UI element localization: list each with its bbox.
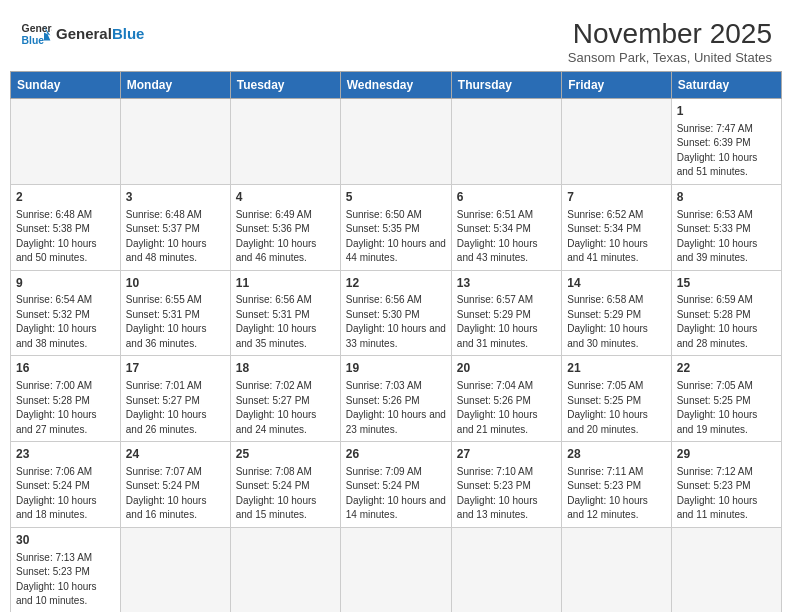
day-number: 17 — [126, 360, 225, 377]
day-number: 30 — [16, 532, 115, 549]
day-header-saturday: Saturday — [671, 72, 781, 99]
day-info: Sunrise: 7:10 AM Sunset: 5:23 PM Dayligh… — [457, 465, 556, 523]
day-number: 23 — [16, 446, 115, 463]
calendar-cell — [230, 99, 340, 185]
week-row-1: 2Sunrise: 6:48 AM Sunset: 5:38 PM Daylig… — [11, 184, 782, 270]
title-section: November 2025 Sansom Park, Texas, United… — [568, 18, 772, 65]
svg-text:Blue: Blue — [22, 35, 45, 46]
day-number: 2 — [16, 189, 115, 206]
calendar-cell: 29Sunrise: 7:12 AM Sunset: 5:23 PM Dayli… — [671, 442, 781, 528]
calendar-cell: 20Sunrise: 7:04 AM Sunset: 5:26 PM Dayli… — [451, 356, 561, 442]
day-number: 4 — [236, 189, 335, 206]
location: Sansom Park, Texas, United States — [568, 50, 772, 65]
day-header-tuesday: Tuesday — [230, 72, 340, 99]
day-number: 12 — [346, 275, 446, 292]
day-number: 3 — [126, 189, 225, 206]
calendar-cell: 22Sunrise: 7:05 AM Sunset: 5:25 PM Dayli… — [671, 356, 781, 442]
day-number: 29 — [677, 446, 776, 463]
calendar-cell: 17Sunrise: 7:01 AM Sunset: 5:27 PM Dayli… — [120, 356, 230, 442]
day-number: 20 — [457, 360, 556, 377]
calendar-cell: 12Sunrise: 6:56 AM Sunset: 5:30 PM Dayli… — [340, 270, 451, 356]
day-info: Sunrise: 6:55 AM Sunset: 5:31 PM Dayligh… — [126, 293, 225, 351]
calendar-cell: 30Sunrise: 7:13 AM Sunset: 5:23 PM Dayli… — [11, 527, 121, 612]
calendar-cell: 27Sunrise: 7:10 AM Sunset: 5:23 PM Dayli… — [451, 442, 561, 528]
day-info: Sunrise: 7:11 AM Sunset: 5:23 PM Dayligh… — [567, 465, 665, 523]
day-info: Sunrise: 6:48 AM Sunset: 5:38 PM Dayligh… — [16, 208, 115, 266]
day-info: Sunrise: 7:00 AM Sunset: 5:28 PM Dayligh… — [16, 379, 115, 437]
day-number: 25 — [236, 446, 335, 463]
calendar-cell: 9Sunrise: 6:54 AM Sunset: 5:32 PM Daylig… — [11, 270, 121, 356]
calendar-cell: 19Sunrise: 7:03 AM Sunset: 5:26 PM Dayli… — [340, 356, 451, 442]
calendar-cell — [451, 527, 561, 612]
day-info: Sunrise: 7:04 AM Sunset: 5:26 PM Dayligh… — [457, 379, 556, 437]
day-info: Sunrise: 7:02 AM Sunset: 5:27 PM Dayligh… — [236, 379, 335, 437]
calendar-cell: 15Sunrise: 6:59 AM Sunset: 5:28 PM Dayli… — [671, 270, 781, 356]
day-number: 5 — [346, 189, 446, 206]
day-number: 27 — [457, 446, 556, 463]
calendar-cell: 16Sunrise: 7:00 AM Sunset: 5:28 PM Dayli… — [11, 356, 121, 442]
calendar-cell: 1Sunrise: 7:47 AM Sunset: 6:39 PM Daylig… — [671, 99, 781, 185]
calendar-cell: 14Sunrise: 6:58 AM Sunset: 5:29 PM Dayli… — [562, 270, 671, 356]
logo: General Blue GeneralBlue — [20, 18, 144, 50]
calendar-cell: 25Sunrise: 7:08 AM Sunset: 5:24 PM Dayli… — [230, 442, 340, 528]
calendar-cell — [562, 99, 671, 185]
day-number: 26 — [346, 446, 446, 463]
calendar-cell — [562, 527, 671, 612]
week-row-4: 23Sunrise: 7:06 AM Sunset: 5:24 PM Dayli… — [11, 442, 782, 528]
calendar-cell: 5Sunrise: 6:50 AM Sunset: 5:35 PM Daylig… — [340, 184, 451, 270]
calendar-cell: 7Sunrise: 6:52 AM Sunset: 5:34 PM Daylig… — [562, 184, 671, 270]
day-number: 18 — [236, 360, 335, 377]
day-number: 10 — [126, 275, 225, 292]
day-number: 28 — [567, 446, 665, 463]
calendar-cell — [230, 527, 340, 612]
day-header-sunday: Sunday — [11, 72, 121, 99]
day-info: Sunrise: 7:07 AM Sunset: 5:24 PM Dayligh… — [126, 465, 225, 523]
week-row-5: 30Sunrise: 7:13 AM Sunset: 5:23 PM Dayli… — [11, 527, 782, 612]
calendar-cell — [120, 99, 230, 185]
calendar-cell: 18Sunrise: 7:02 AM Sunset: 5:27 PM Dayli… — [230, 356, 340, 442]
day-number: 1 — [677, 103, 776, 120]
week-row-3: 16Sunrise: 7:00 AM Sunset: 5:28 PM Dayli… — [11, 356, 782, 442]
day-info: Sunrise: 7:05 AM Sunset: 5:25 PM Dayligh… — [567, 379, 665, 437]
logo-icon: General Blue — [20, 18, 52, 50]
day-info: Sunrise: 7:12 AM Sunset: 5:23 PM Dayligh… — [677, 465, 776, 523]
calendar-cell: 4Sunrise: 6:49 AM Sunset: 5:36 PM Daylig… — [230, 184, 340, 270]
calendar-cell: 10Sunrise: 6:55 AM Sunset: 5:31 PM Dayli… — [120, 270, 230, 356]
calendar-cell: 13Sunrise: 6:57 AM Sunset: 5:29 PM Dayli… — [451, 270, 561, 356]
day-info: Sunrise: 6:56 AM Sunset: 5:30 PM Dayligh… — [346, 293, 446, 351]
day-info: Sunrise: 6:53 AM Sunset: 5:33 PM Dayligh… — [677, 208, 776, 266]
calendar-cell: 21Sunrise: 7:05 AM Sunset: 5:25 PM Dayli… — [562, 356, 671, 442]
day-info: Sunrise: 6:48 AM Sunset: 5:37 PM Dayligh… — [126, 208, 225, 266]
day-number: 24 — [126, 446, 225, 463]
week-row-0: 1Sunrise: 7:47 AM Sunset: 6:39 PM Daylig… — [11, 99, 782, 185]
day-info: Sunrise: 7:08 AM Sunset: 5:24 PM Dayligh… — [236, 465, 335, 523]
calendar-cell — [120, 527, 230, 612]
day-info: Sunrise: 6:54 AM Sunset: 5:32 PM Dayligh… — [16, 293, 115, 351]
calendar-cell — [451, 99, 561, 185]
calendar-cell — [11, 99, 121, 185]
day-number: 13 — [457, 275, 556, 292]
page-header: General Blue GeneralBlue November 2025 S… — [10, 10, 782, 71]
day-number: 8 — [677, 189, 776, 206]
day-info: Sunrise: 7:13 AM Sunset: 5:23 PM Dayligh… — [16, 551, 115, 609]
calendar-cell: 11Sunrise: 6:56 AM Sunset: 5:31 PM Dayli… — [230, 270, 340, 356]
header-row: SundayMondayTuesdayWednesdayThursdayFrid… — [11, 72, 782, 99]
day-info: Sunrise: 6:50 AM Sunset: 5:35 PM Dayligh… — [346, 208, 446, 266]
day-header-monday: Monday — [120, 72, 230, 99]
day-number: 16 — [16, 360, 115, 377]
day-info: Sunrise: 7:05 AM Sunset: 5:25 PM Dayligh… — [677, 379, 776, 437]
day-number: 22 — [677, 360, 776, 377]
day-info: Sunrise: 7:01 AM Sunset: 5:27 PM Dayligh… — [126, 379, 225, 437]
day-number: 7 — [567, 189, 665, 206]
day-header-wednesday: Wednesday — [340, 72, 451, 99]
calendar-cell: 3Sunrise: 6:48 AM Sunset: 5:37 PM Daylig… — [120, 184, 230, 270]
day-header-thursday: Thursday — [451, 72, 561, 99]
day-header-friday: Friday — [562, 72, 671, 99]
day-info: Sunrise: 6:56 AM Sunset: 5:31 PM Dayligh… — [236, 293, 335, 351]
day-info: Sunrise: 7:09 AM Sunset: 5:24 PM Dayligh… — [346, 465, 446, 523]
calendar-cell: 24Sunrise: 7:07 AM Sunset: 5:24 PM Dayli… — [120, 442, 230, 528]
day-number: 14 — [567, 275, 665, 292]
calendar-cell: 6Sunrise: 6:51 AM Sunset: 5:34 PM Daylig… — [451, 184, 561, 270]
week-row-2: 9Sunrise: 6:54 AM Sunset: 5:32 PM Daylig… — [11, 270, 782, 356]
day-number: 11 — [236, 275, 335, 292]
